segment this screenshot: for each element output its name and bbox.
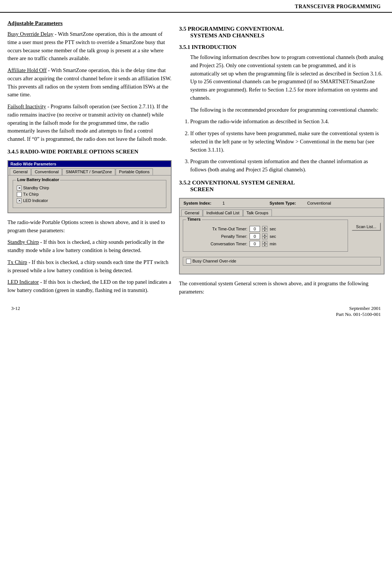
footer-part-no: Part No. 001-5100-001	[336, 311, 381, 317]
header-title: TRANSCEIVER PROGRAMMING	[295, 4, 381, 9]
numbered-item-1: Program the radio-wide information as de…	[190, 118, 385, 126]
conversation-timer-unit: min	[270, 242, 276, 246]
section-351-heading: 3.5.1 INTRODUCTION	[179, 44, 385, 50]
timers-scan-row: Timers Tx Time-Out Timer: ▲ ▼ sec	[183, 220, 381, 255]
penalty-timer-spinner[interactable]: ▲ ▼	[262, 233, 267, 239]
numbered-list: Program the radio-wide information as de…	[183, 118, 385, 174]
timers-group-label: Timers	[186, 217, 202, 221]
tab-smartnet[interactable]: SMARTNET / SmartZone	[62, 168, 115, 175]
busy-override-delay-term: Busy Override Delay	[7, 31, 53, 37]
group-box-label: Low Battery Indicator	[16, 177, 60, 182]
dialog-content: Low Battery Indicator Standby Chirp Tx C…	[8, 175, 171, 212]
scan-list-button[interactable]: Scan List...	[352, 223, 381, 231]
page-number-row: 3-12 September 2001 Part No. 001-5100-00…	[0, 305, 392, 317]
conversation-timer-label: Conversation Timer:	[188, 242, 247, 246]
standby-chirp-desc: Standby Chirp - If this box is checked, …	[7, 238, 172, 255]
tx-timeout-row: Tx Time-Out Timer: ▲ ▼ sec	[188, 226, 343, 232]
penalty-timer-row: Penalty Timer: ▲ ▼ sec	[188, 233, 343, 239]
intro-para2: The following is the recommended procedu…	[190, 106, 385, 114]
conversation-timer-spinner[interactable]: ▲ ▼	[262, 241, 267, 247]
tx-timeout-spinner[interactable]: ▲ ▼	[262, 226, 267, 232]
sys-tab-talk-groups[interactable]: Talk Groups	[243, 209, 272, 216]
timers-group: Timers Tx Time-Out Timer: ▲ ▼ sec	[183, 220, 348, 252]
low-battery-group: Low Battery Indicator Standby Chirp Tx C…	[13, 180, 166, 208]
led-indicator-checkbox[interactable]	[17, 198, 22, 203]
system-index-label: System Index:	[184, 201, 211, 205]
tx-chirp-desc-text: - If this box is checked, a chirp sounds…	[7, 259, 168, 273]
numbered-item-2: If other types of systems have been prog…	[190, 130, 385, 154]
intro-para1: The following information describes how …	[190, 53, 385, 102]
tab-conventional[interactable]: Conventional	[31, 168, 62, 175]
sys-content: Timers Tx Time-Out Timer: ▲ ▼ sec	[180, 216, 384, 274]
dialog-title: Radio Wide Parameters	[10, 162, 56, 166]
tx-chirp-term: Tx Chirp	[7, 259, 27, 265]
page-number: 3-12	[11, 305, 20, 317]
left-column: Adjustable Parameters Busy Override Dela…	[7, 20, 172, 299]
failsoft-inactivity-para: Failsoft Inactivity - Programs failsoft …	[7, 103, 172, 143]
right-column: 3.5 PROGRAMMING CONVENTIONAL SYSTEMS AND…	[179, 20, 385, 299]
conversation-timer-down[interactable]: ▼	[262, 244, 267, 247]
tx-chirp-desc: Tx Chirp - If this box is checked, a chi…	[7, 258, 172, 275]
system-index-value: 1	[223, 201, 225, 205]
busy-channel-checkbox[interactable]	[186, 259, 191, 264]
conversation-timer-row: Conversation Timer: ▲ ▼ min	[188, 241, 343, 247]
penalty-timer-input[interactable]	[250, 233, 260, 239]
busy-channel-row: Busy Channel Over-ride	[183, 257, 381, 265]
tab-portable-options[interactable]: Portable Options	[116, 168, 153, 175]
busy-override-delay-para: Busy Override Delay - With SmartZone ope…	[7, 30, 172, 63]
led-indicator-row: LED Indicator	[17, 198, 162, 203]
tx-timeout-up[interactable]: ▲	[262, 226, 267, 229]
portable-options-desc: The radio-wide Portable Options screen i…	[7, 218, 172, 235]
tx-chirp-label: Tx Chirp	[23, 192, 39, 196]
affiliate-hold-off-term: Affiliate Hold Off	[7, 67, 47, 73]
led-indicator-term: LED Indicator	[7, 279, 39, 285]
tab-general[interactable]: General	[10, 168, 31, 175]
led-indicator-desc: LED Indicator - If this box is checked, …	[7, 278, 172, 295]
conversation-timer-up[interactable]: ▲	[262, 241, 267, 244]
affiliate-hold-off-para: Affiliate Hold Off - With SmartZone oper…	[7, 66, 172, 99]
standby-chirp-label: Standby Chirp	[23, 186, 49, 190]
standby-chirp-row: Standby Chirp	[17, 186, 162, 190]
tx-chirp-row: Tx Chirp	[17, 192, 162, 197]
section-35-heading: 3.5 PROGRAMMING CONVENTIONAL SYSTEMS AND…	[179, 25, 385, 39]
failsoft-inactivity-term: Failsoft Inactivity	[7, 103, 46, 109]
timers-col: Timers Tx Time-Out Timer: ▲ ▼ sec	[183, 220, 348, 255]
busy-channel-label: Busy Channel Over-ride	[192, 259, 236, 263]
tx-timeout-unit: sec	[270, 227, 276, 231]
numbered-item-3: Program the conventional system informat…	[190, 158, 385, 174]
dialog-title-bar: Radio Wide Parameters	[8, 161, 171, 167]
tx-timeout-label: Tx Time-Out Timer:	[188, 227, 247, 231]
radio-wide-dialog: Radio Wide Parameters General Convention…	[7, 160, 172, 213]
sys-tabs: General Individual Call List Talk Groups	[180, 208, 384, 216]
section-35-line1: 3.5 PROGRAMMING CONVENTIONAL	[179, 25, 284, 32]
system-type-value: Conventional	[307, 201, 331, 205]
tx-timeout-down[interactable]: ▼	[262, 229, 267, 232]
penalty-timer-unit: sec	[270, 234, 276, 239]
sys-tab-general[interactable]: General	[181, 209, 203, 216]
section-352-line2: SCREEN	[179, 186, 214, 192]
conversation-timer-input[interactable]	[250, 241, 260, 247]
system-type-label: System Type:	[270, 201, 296, 205]
sys-tab-individual-call[interactable]: Individual Call List	[203, 209, 243, 216]
footer-right: September 2001 Part No. 001-5100-001	[336, 305, 381, 317]
scan-btn-col: Scan List...	[352, 220, 381, 231]
adjustable-parameters-heading: Adjustable Parameters	[7, 20, 172, 27]
penalty-timer-label: Penalty Timer:	[188, 234, 247, 239]
system-desc: The conventional system General screen i…	[179, 280, 385, 296]
penalty-timer-down[interactable]: ▼	[262, 236, 267, 239]
section-352-line1: 3.5.2 CONVENTIONAL SYSTEM GENERAL	[179, 179, 295, 186]
led-indicator-label: LED Indicator	[23, 198, 48, 203]
section-345-heading: 3.4.5 RADIO-WIDE PORTABLE OPTIONS SCREEN	[7, 149, 172, 155]
page-header: TRANSCEIVER PROGRAMMING	[0, 0, 392, 13]
system-header-row: System Index: 1 System Type: Conventiona…	[180, 199, 384, 208]
dialog-tabs: General Conventional SMARTNET / SmartZon…	[8, 167, 171, 175]
standby-chirp-term: Standby Chirp	[7, 239, 39, 245]
footer-date: September 2001	[336, 305, 381, 311]
system-dialog: System Index: 1 System Type: Conventiona…	[179, 198, 385, 274]
section-35-line2: SYSTEMS AND CHANNELS	[179, 32, 264, 38]
tx-chirp-checkbox[interactable]	[17, 192, 22, 197]
penalty-timer-up[interactable]: ▲	[262, 233, 267, 236]
tx-timeout-input[interactable]	[250, 226, 260, 232]
section-352-heading: 3.5.2 CONVENTIONAL SYSTEM GENERAL SCREEN	[179, 179, 385, 193]
standby-chirp-checkbox[interactable]	[17, 186, 22, 190]
